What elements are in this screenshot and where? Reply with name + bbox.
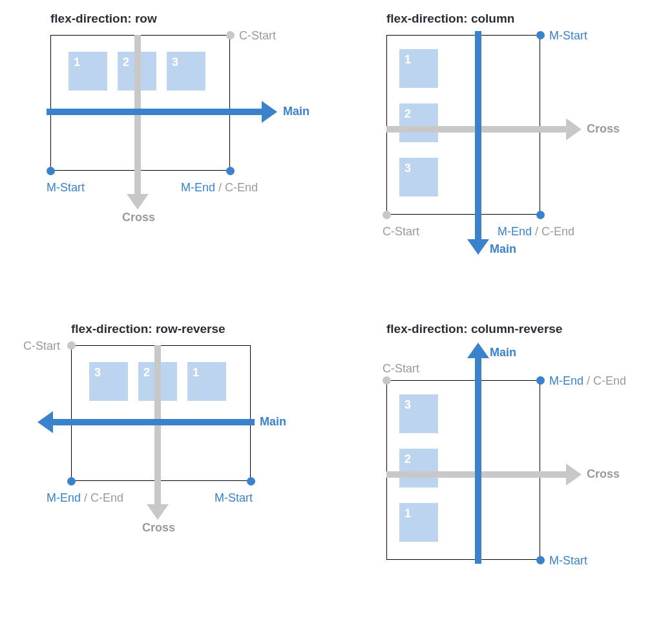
arrowhead-up-icon <box>467 343 489 358</box>
main-axis-arrow <box>475 31 481 244</box>
svg-marker-5 <box>37 411 53 433</box>
svg-marker-7 <box>467 343 489 358</box>
main-axis-arrow <box>47 109 266 115</box>
svg-marker-0 <box>127 194 149 209</box>
svg-marker-4 <box>147 504 169 520</box>
arrowhead-down-icon <box>127 194 149 209</box>
label-m-end-c-end: M-End / C-End <box>47 491 123 505</box>
flex-item: 1 <box>68 52 107 91</box>
label-c-start: C-Start <box>239 29 276 43</box>
label-main: Main <box>283 105 310 118</box>
dot-c-start <box>226 31 235 39</box>
flex-item: 1 <box>187 362 226 401</box>
flex-item: 2 <box>399 449 438 487</box>
heading: flex-direction: row <box>50 12 157 26</box>
arrowhead-right-icon <box>566 118 582 140</box>
label-m-end-c-end: M-End / C-End <box>498 225 574 239</box>
dot-m-start <box>47 167 55 175</box>
dot-c-start <box>383 376 391 385</box>
dot-m-start <box>247 477 255 486</box>
heading: flex-direction: row-reverse <box>71 322 226 336</box>
dot-m-end <box>536 211 545 219</box>
flex-item: 1 <box>399 503 438 542</box>
flex-item: 3 <box>167 52 205 91</box>
label-c-start: C-Start <box>383 225 419 239</box>
svg-marker-3 <box>467 239 489 255</box>
flex-item: 3 <box>399 158 438 197</box>
dot-m-start <box>536 556 545 564</box>
label-m-end-c-end: M-End / C-End <box>549 374 626 388</box>
label-m-start: M-Start <box>549 554 587 568</box>
dot-m-end <box>536 376 545 385</box>
heading: flex-direction: column <box>386 12 514 26</box>
svg-marker-2 <box>566 118 582 140</box>
cross-axis-arrow <box>154 345 161 510</box>
panel-column: flex-direction: column 1 2 3 M-Start Cro… <box>336 0 672 310</box>
label-cross: Cross <box>142 521 175 535</box>
arrowhead-down-icon <box>467 239 489 255</box>
label-cross: Cross <box>122 211 155 224</box>
main-axis-arrow <box>50 419 255 425</box>
arrowhead-left-icon <box>37 411 53 433</box>
flex-item: 2 <box>399 103 438 142</box>
label-cross: Cross <box>587 467 620 481</box>
panel-row: flex-direction: row 1 2 3 C-Start Main M… <box>0 0 336 310</box>
heading: flex-direction: column-reverse <box>386 322 562 336</box>
arrowhead-right-icon <box>262 101 277 123</box>
label-cross: Cross <box>587 122 620 136</box>
label-c-start: C-Start <box>383 362 419 376</box>
cross-axis-arrow <box>134 35 141 200</box>
dot-m-start <box>536 31 545 39</box>
dot-m-end <box>226 167 235 175</box>
label-main: Main <box>490 242 516 256</box>
dot-c-start <box>383 211 391 219</box>
label-m-start: M-Start <box>215 491 253 505</box>
label-m-end-c-end: M-End / C-End <box>181 181 258 195</box>
flex-item: 3 <box>89 362 128 401</box>
svg-marker-6 <box>566 464 582 486</box>
label-m-start: M-Start <box>47 181 85 195</box>
panel-row-reverse: flex-direction: row-reverse 3 2 1 C-Star… <box>0 310 336 621</box>
flex-item: 1 <box>399 49 438 88</box>
svg-marker-1 <box>262 101 277 123</box>
flex-item: 3 <box>399 394 438 433</box>
label-c-start: C-Start <box>23 339 60 353</box>
dot-m-end <box>67 477 76 486</box>
label-main: Main <box>260 415 286 429</box>
label-main: Main <box>490 346 516 359</box>
arrowhead-right-icon <box>566 464 582 486</box>
main-axis-arrow <box>475 356 481 564</box>
panel-column-reverse: flex-direction: column-reverse 3 2 1 Mai… <box>336 310 672 621</box>
arrowhead-down-icon <box>147 504 169 520</box>
dot-c-start <box>67 341 76 350</box>
label-m-start: M-Start <box>549 29 587 43</box>
